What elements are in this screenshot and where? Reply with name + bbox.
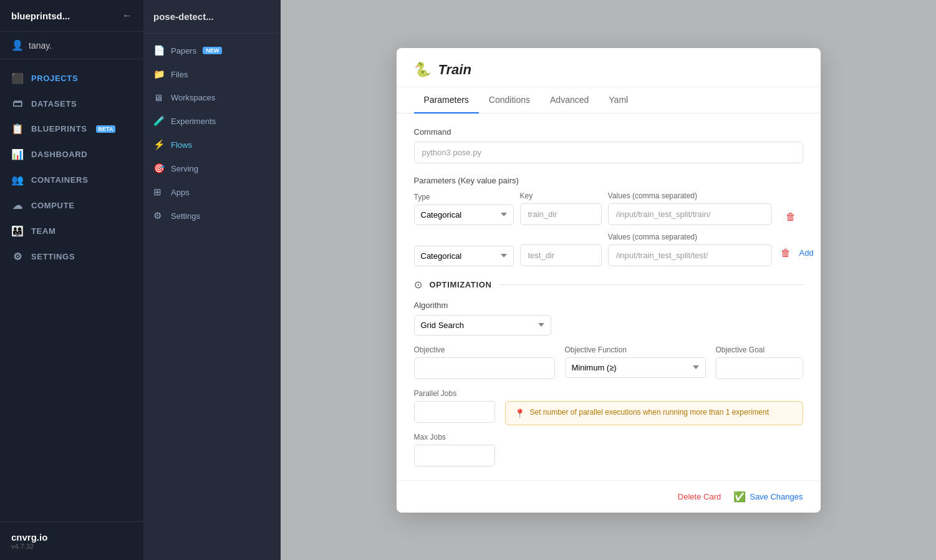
nav-apps[interactable]: ⊞ Apps [143, 180, 281, 204]
modal-header: 🐍 Train [397, 48, 821, 87]
containers-icon: 👥 [11, 174, 24, 186]
collapse-button[interactable]: ← [122, 10, 132, 21]
sidebar-item-containers[interactable]: 👥 CONTAINERS [0, 167, 143, 193]
sidebar-item-team[interactable]: 👨‍👩‍👧 TEAM [0, 218, 143, 244]
tab-conditions[interactable]: Conditions [479, 87, 540, 113]
tip-text: Set number of parallel executions when r… [530, 408, 770, 417]
objective-label: Objective [414, 345, 555, 354]
command-input[interactable] [414, 142, 803, 163]
workspaces-icon: 🖥 [153, 92, 165, 103]
sidebar-item-settings[interactable]: ⚙ SETTINGS [0, 244, 143, 269]
collapse-optimization-icon[interactable]: ⊙ [414, 279, 422, 291]
delete-param-1-button[interactable]: 🗑 [783, 206, 798, 227]
sidebar-item-compute[interactable]: ☁ COMPUTE [0, 193, 143, 218]
dashboard-icon: 📊 [11, 148, 24, 160]
algorithm-select[interactable]: Grid Search Random Search Bayesian [414, 315, 551, 336]
main-nav: ⬛ PROJECTS 🗃 DATASETS 📋 BLUEPRINTS BETA … [0, 59, 143, 521]
nav-label: Apps [171, 188, 190, 197]
objective-input[interactable] [414, 357, 555, 379]
main-area: 🐍 Train Parameters Conditions Advanced Y… [281, 0, 936, 560]
experiments-icon: 🧪 [153, 115, 165, 127]
modal-title: Train [438, 62, 471, 78]
brand-name: cnvrg.io [11, 532, 132, 543]
sidebar-item-dashboard[interactable]: 📊 DASHBOARD [0, 142, 143, 167]
max-jobs-section: Max Jobs [414, 433, 803, 466]
serving-icon: 🎯 [153, 163, 165, 174]
parallel-row: 📍 Set number of parallel executions when… [414, 401, 803, 425]
version-label: v4.7.32 [11, 543, 132, 550]
tab-parameters[interactable]: Parameters [414, 87, 479, 113]
sidebar-item-datasets[interactable]: 🗃 DATASETS [0, 91, 143, 116]
max-jobs-input[interactable] [414, 445, 495, 466]
modal-title-icon: 🐍 [414, 62, 431, 78]
max-jobs-label: Max Jobs [414, 433, 803, 442]
param-values-input-1[interactable] [608, 203, 772, 225]
objective-row: Objective Objective Function Minimum (≥)… [414, 345, 803, 379]
nav-experiments[interactable]: 🧪 Experiments [143, 109, 281, 133]
files-icon: 📁 [153, 69, 165, 80]
nav-label: Experiments [171, 117, 216, 126]
objective-function-select[interactable]: Minimum (≥) Maximum (≤) [565, 357, 706, 378]
save-changes-button[interactable]: ✅ Save Changes [733, 491, 803, 503]
parallel-jobs-label: Parallel Jobs [414, 389, 803, 398]
modal-overlay: 🐍 Train Parameters Conditions Advanced Y… [281, 0, 936, 560]
objective-goal-col: Objective Goal [716, 345, 803, 379]
nav-flows[interactable]: ⚡ Flows [143, 133, 281, 157]
objective-goal-input[interactable] [716, 357, 803, 379]
modal-tabs: Parameters Conditions Advanced Yaml [397, 87, 821, 113]
delete-card-button[interactable]: Delete Card [678, 492, 721, 501]
nav-label: Settings [171, 211, 200, 221]
user-icon: 👤 [11, 39, 24, 51]
nav-papers[interactable]: 📄 Papers NEW [143, 39, 281, 62]
objective-function-col: Objective Function Minimum (≥) Maximum (… [565, 345, 706, 379]
objective-goal-label: Objective Goal [716, 345, 803, 354]
beta-badge: BETA [96, 125, 116, 133]
nav-files[interactable]: 📁 Files [143, 62, 281, 86]
sidebar-item-label: BLUEPRINTS [31, 124, 87, 133]
objective-col: Objective [414, 345, 555, 379]
optimization-divider: ⊙ OPTIMIZATION [414, 279, 803, 291]
sidebar-item-blueprints[interactable]: 📋 BLUEPRINTS BETA [0, 116, 143, 142]
params-header: Parameters (Key value pairs) [414, 176, 803, 185]
param-key-input-2[interactable] [520, 244, 602, 266]
parallel-input-col [414, 401, 495, 423]
command-section: Command [414, 127, 803, 163]
divider-line [499, 284, 803, 285]
nav-serving[interactable]: 🎯 Serving [143, 157, 281, 180]
sidebar-item-label: PROJECTS [31, 74, 78, 83]
settings-icon: ⚙ [11, 251, 24, 263]
nav-label: Flows [171, 140, 192, 150]
settings2-icon: ⚙ [153, 210, 165, 221]
apps-icon: ⊞ [153, 186, 165, 198]
nav-label: Papers [171, 46, 196, 56]
col-values-header: Values (comma separated) [608, 191, 772, 200]
parallel-jobs-section: Parallel Jobs 📍 Set number of parallel e… [414, 389, 803, 425]
blueprints-icon: 📋 [11, 123, 24, 135]
sidebar-item-projects[interactable]: ⬛ PROJECTS [0, 65, 143, 91]
sidebar-item-label: COMPUTE [31, 201, 75, 210]
papers-icon: 📄 [153, 45, 165, 56]
parallel-jobs-input[interactable] [414, 401, 495, 423]
param-type-select-1[interactable]: Categorical Float Integer [414, 205, 514, 225]
save-label: Save Changes [750, 492, 803, 501]
sidebar-footer: cnvrg.io v4.7.32 [0, 521, 143, 560]
objective-function-label: Objective Function [565, 345, 706, 354]
delete-param-2-button[interactable]: 🗑 [778, 243, 793, 264]
sidebar-item-label: TEAM [31, 226, 55, 236]
nav-workspaces[interactable]: 🖥 Workspaces [143, 86, 281, 109]
sidebar-header: blueprintsd... ← [0, 0, 143, 32]
param-row-headers: Type Categorical Float Integer Key [414, 191, 803, 225]
param-values-input-2[interactable] [608, 244, 772, 266]
nav-label: Workspaces [171, 93, 215, 102]
sidebar-item-label: SETTINGS [31, 252, 75, 261]
param-type-select-2[interactable]: Categorical Float Integer [414, 246, 514, 266]
add-param-button[interactable]: Add [797, 243, 816, 263]
project-nav: 📄 Papers NEW 📁 Files 🖥 Workspaces 🧪 Expe… [143, 34, 281, 560]
train-modal: 🐍 Train Parameters Conditions Advanced Y… [397, 48, 821, 513]
param-key-input-1[interactable] [520, 203, 602, 225]
nav-settings[interactable]: ⚙ Settings [143, 204, 281, 228]
tab-yaml[interactable]: Yaml [599, 87, 638, 113]
tab-advanced[interactable]: Advanced [540, 87, 599, 113]
algorithm-row: Algorithm Grid Search Random Search Baye… [414, 301, 803, 336]
param-row-2: Categorical Float Integer Values (comma … [414, 233, 803, 266]
